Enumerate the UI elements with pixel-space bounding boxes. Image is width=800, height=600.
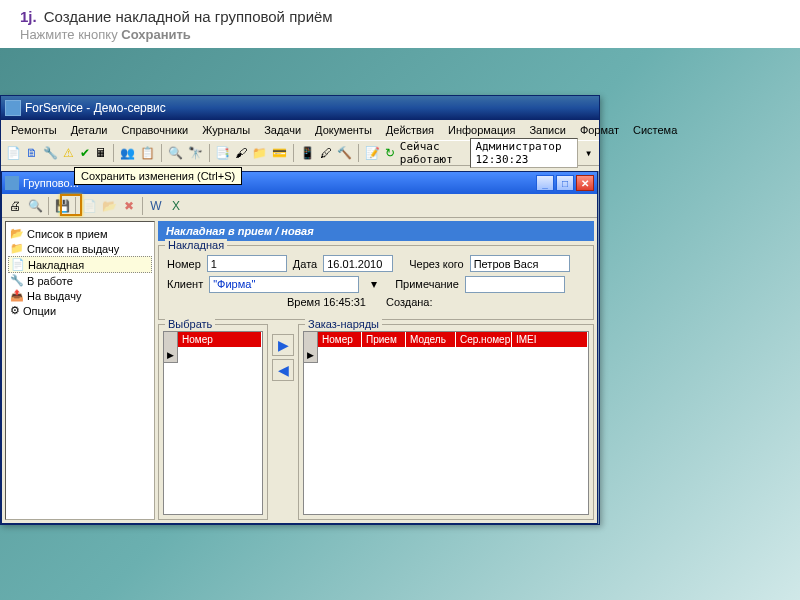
search-icon[interactable]: 🔍 [167, 144, 184, 162]
card-icon[interactable]: 💳 [271, 144, 288, 162]
main-toolbar: 📄 🗎 🔧 ⚠ ✔ 🖩 👥 📋 🔍 🔭 📑 🖌 📁 💳 📱 🖊 🔨 📝 ↻ Се… [1, 140, 599, 166]
col-header[interactable]: Модель [406, 332, 456, 347]
warning-icon[interactable]: ⚠ [62, 144, 75, 162]
folder-open-icon: 📂 [10, 227, 24, 240]
check-icon[interactable]: ✔ [78, 144, 91, 162]
col-header[interactable]: IMEI [512, 332, 588, 347]
move-left-button[interactable]: ◀ [272, 359, 294, 381]
tree-item[interactable]: 📂Список в прием [8, 226, 152, 241]
col-header[interactable]: Номер [178, 332, 262, 347]
lookup-icon[interactable]: ▾ [365, 275, 383, 293]
status-label: Сейчас работают [400, 140, 467, 166]
menu-item[interactable]: Журналы [196, 122, 256, 138]
grid-right: Заказ-наряды Номер Прием Модель Сер.номе… [298, 324, 594, 520]
folder-icon[interactable]: 📁 [251, 144, 268, 162]
input-cherez[interactable] [470, 255, 570, 272]
tree-item[interactable]: 🔧В работе [8, 273, 152, 288]
page-header: 1j. Создание накладной на групповой приё… [0, 0, 800, 48]
maximize-button[interactable]: □ [556, 175, 574, 191]
tree-item[interactable]: 📁Список на выдачу [8, 241, 152, 256]
status-area: Сейчас работают Администратор 12:30:23 ▾ [400, 138, 595, 168]
delete-icon[interactable]: ✖ [120, 197, 138, 215]
menu-item[interactable]: Задачи [258, 122, 307, 138]
save-highlight [60, 194, 82, 216]
tree-pane[interactable]: 📂Список в прием 📁Список на выдачу 📄Накла… [5, 221, 155, 520]
copy-icon[interactable]: 📄 [80, 197, 98, 215]
col-header[interactable]: Номер [318, 332, 362, 347]
label-klient: Клиент [167, 278, 203, 290]
label-cherez: Через кого [409, 258, 463, 270]
tool-icon[interactable]: 🔧 [42, 144, 59, 162]
people-icon[interactable]: 👥 [119, 144, 136, 162]
app-title: ForService - Демо-сервис [25, 101, 166, 115]
input-data[interactable] [323, 255, 393, 272]
label-sozdana: Создана: [386, 296, 433, 308]
row-marker: ▶ [164, 347, 178, 363]
status-user: Администратор 12:30:23 [470, 138, 578, 168]
step-number: 1j. [20, 8, 37, 25]
input-nomer[interactable] [207, 255, 287, 272]
app-window: ForService - Демо-сервис Ремонты Детали … [0, 95, 600, 525]
menu-item[interactable]: Информация [442, 122, 521, 138]
preview-icon[interactable]: 🔍 [26, 197, 44, 215]
fieldset-label: Накладная [165, 239, 227, 251]
menu-item[interactable]: Справочники [115, 122, 194, 138]
menu-item[interactable]: Формат [574, 122, 625, 138]
tree-item[interactable]: 📤На выдачу [8, 288, 152, 303]
value-vremya: 16:45:31 [323, 296, 366, 308]
grid-left-inner[interactable]: Номер ▶ [163, 331, 263, 515]
label-nomer: Номер [167, 258, 201, 270]
menu-item[interactable]: Записи [523, 122, 572, 138]
app-icon [5, 100, 21, 116]
dropdown-icon[interactable]: ▾ [582, 144, 595, 162]
label-vremya: Время [287, 296, 320, 308]
menubar: Ремонты Детали Справочники Журналы Задач… [1, 120, 599, 140]
word-icon[interactable]: W [147, 197, 165, 215]
child-window: Группово... _ □ ✕ Сохранить изменения (C… [1, 171, 598, 524]
close-button[interactable]: ✕ [576, 175, 594, 191]
pen-icon[interactable]: 🖊 [319, 144, 333, 162]
tool-icon: 🔧 [10, 274, 24, 287]
label-data: Дата [293, 258, 317, 270]
input-klient[interactable] [209, 276, 359, 293]
minimize-button[interactable]: _ [536, 175, 554, 191]
step-subtitle: Нажмите кнопку Сохранить [20, 27, 780, 42]
row-marker: ▶ [304, 347, 318, 363]
menu-item[interactable]: Ремонты [5, 122, 63, 138]
brush-icon[interactable]: 🖌 [234, 144, 248, 162]
menu-item[interactable]: Документы [309, 122, 378, 138]
menu-item[interactable]: Система [627, 122, 683, 138]
refresh-icon[interactable]: ↻ [384, 144, 397, 162]
folder-closed-icon: 📁 [10, 242, 24, 255]
out-icon: 📤 [10, 289, 24, 302]
save-tooltip: Сохранить изменения (Ctrl+S) [74, 167, 242, 185]
new-icon[interactable]: 🗎 [25, 144, 39, 162]
menu-item[interactable]: Детали [65, 122, 114, 138]
input-prim[interactable] [465, 276, 565, 293]
menu-item[interactable]: Действия [380, 122, 440, 138]
new-doc-icon[interactable]: 📄 [5, 144, 22, 162]
label-prim: Примечание [395, 278, 459, 290]
move-right-button[interactable]: ▶ [272, 334, 294, 356]
excel-icon[interactable]: X [167, 197, 185, 215]
print-icon[interactable]: 🖨 [6, 197, 24, 215]
open-icon[interactable]: 📂 [100, 197, 118, 215]
binoculars-icon[interactable]: 🔭 [187, 144, 204, 162]
note-icon[interactable]: 📝 [364, 144, 381, 162]
wrench-icon[interactable]: 🔨 [336, 144, 353, 162]
col-header[interactable]: Прием [362, 332, 406, 347]
grid-right-label: Заказ-наряды [305, 318, 382, 330]
titlebar[interactable]: ForService - Демо-сервис [1, 96, 599, 120]
panel-title: Накладная в прием / новая [158, 221, 594, 241]
step-title: Создание накладной на групповой приём [44, 8, 333, 25]
mdi-area: Группово... _ □ ✕ Сохранить изменения (C… [1, 171, 599, 524]
grid-left-label: Выбрать [165, 318, 215, 330]
tree-item[interactable]: ⚙Опции [8, 303, 152, 318]
tree-item-selected[interactable]: 📄Накладная [8, 256, 152, 273]
list-icon[interactable]: 📋 [139, 144, 156, 162]
phone-icon[interactable]: 📱 [299, 144, 316, 162]
col-header[interactable]: Сер.номер [456, 332, 512, 347]
calc-icon[interactable]: 🖩 [94, 144, 108, 162]
grid-right-inner[interactable]: Номер Прием Модель Сер.номер IMEI ▶ [303, 331, 589, 515]
form-icon[interactable]: 📑 [214, 144, 231, 162]
